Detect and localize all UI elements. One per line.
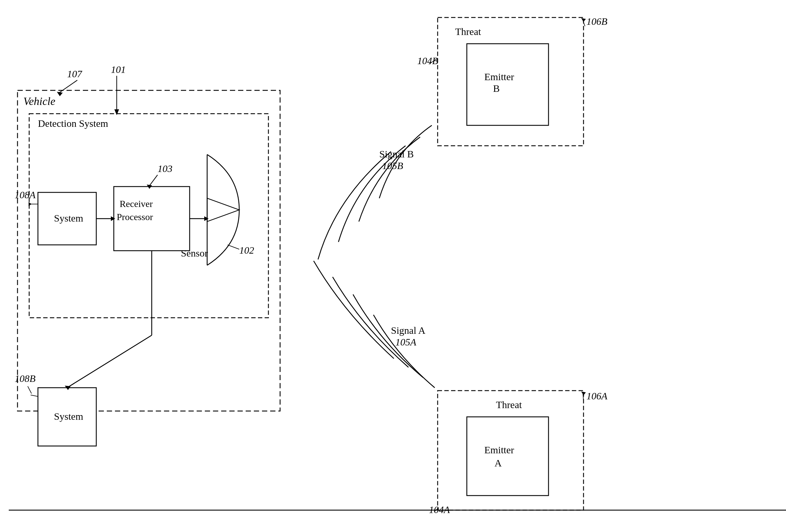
ref-105a: 105A [395,337,416,347]
ref-108b: 108B [15,373,36,384]
threat-b-label: Threat [455,26,481,37]
ref-106a: 106A [586,391,607,402]
threat-a-label: Threat [496,400,522,410]
vehicle-label: Vehicle [23,95,55,107]
svg-rect-33 [467,417,549,495]
ref-103: 103 [158,163,172,174]
ref-102: 102 [239,245,254,256]
ref-105b: 105B [382,160,403,171]
signal-b-label: Signal B [379,149,414,160]
receiver-processor-line2: Processor [117,212,153,222]
detection-system-label: Detection System [38,118,108,129]
system-b-label: System [54,411,83,422]
emitter-b-line2: B [493,83,500,94]
svg-rect-28 [467,44,549,125]
diagram: Vehicle Detection System 107 101 Sensor … [0,0,786,532]
svg-rect-0 [0,0,786,532]
signal-a-label: Signal A [391,325,426,336]
ref-101: 101 [111,64,126,75]
ref-106b: 106B [586,16,607,27]
receiver-processor-line1: Receiver [120,198,153,209]
emitter-a-line2: A [494,458,502,468]
ref-104b: 104B [417,55,438,66]
ref-108a: 108A [15,190,36,200]
ref-104a: 104A [429,504,450,515]
ref-107: 107 [67,69,83,79]
system-a-label: System [54,213,83,224]
emitter-b-line1: Emitter [484,71,514,82]
emitter-a-line1: Emitter [484,444,514,455]
